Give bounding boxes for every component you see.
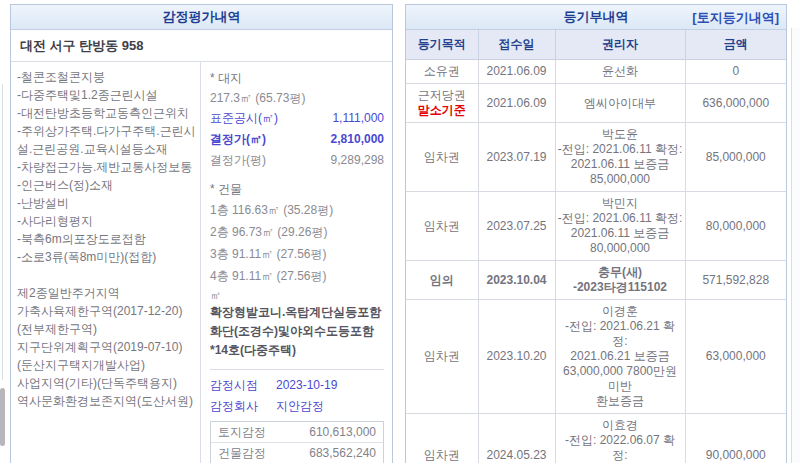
- zoning-item: 역사문화환경보존지역(도산서원): [17, 392, 197, 410]
- feature-item: -인근버스(정)소재: [17, 176, 197, 194]
- zoning-item: 가축사육제한구역(2017-12-20)(전부제한구역): [17, 302, 197, 338]
- holder-detail: 2021.06.21 보증금: [558, 349, 683, 364]
- date-cell: 2023.10.20: [478, 300, 555, 414]
- feature-item: -다중주택및1.2종근린시설: [17, 86, 197, 104]
- date-cell: 2023.07.19: [478, 123, 555, 192]
- holder-cell: 박도윤 -전입: 2021.06.11 확정: 2021.06.11 보증금 8…: [555, 123, 685, 192]
- land-area: 217.3㎡ (65.73평): [210, 88, 384, 108]
- decided-price-pyeong-label: 결정가(평): [210, 150, 266, 171]
- registry-row-mortgage: 근저당권 말소기준 2021.06.09 엠씨아이대부 636,000,000: [406, 84, 786, 123]
- floor-area: 2층 96.73㎡ (29.26평): [210, 221, 384, 243]
- decided-price-value: 2,810,000: [331, 129, 384, 150]
- registry-row-lease: 임차권 2023.07.25 박민지 -전입: 2021.06.11 확정: 2…: [406, 192, 786, 261]
- date-cell: 2023.10.04: [478, 261, 555, 300]
- date-cell: 2024.05.23: [478, 414, 555, 463]
- standard-price-row: 표준공시(㎡) 1,111,000: [210, 108, 384, 129]
- decided-price-label: 결정가(㎡): [210, 129, 266, 150]
- appraisal-values-column: * 대지 217.3㎡ (65.73평) 표준공시(㎡) 1,111,000 결…: [201, 62, 392, 463]
- holder-cell: 엠씨아이대부: [555, 84, 685, 123]
- appraisal-date-value: 2023-10-19: [276, 375, 384, 396]
- amount-cell: 85,000,000: [685, 123, 786, 192]
- floor-area: 4층 91.11㎡ (27.56평): [210, 265, 384, 287]
- scrollbar-thumb[interactable]: [0, 388, 5, 446]
- holder-name: 충무(새): [558, 265, 683, 280]
- decided-price-row: 결정가(㎡) 2,810,000: [210, 129, 384, 150]
- feature-item: -대전탄방초등학교동측인근위치: [17, 104, 197, 122]
- registry-row-auction: 임의 2023.10.04 충무(새) -2023타경115102 571,59…: [406, 261, 786, 300]
- holder-detail: 80,000,000: [558, 241, 683, 256]
- purpose-cell: 임차권: [406, 414, 478, 463]
- col-header-purpose: 등기목적: [406, 30, 478, 60]
- col-header-date: 접수일: [478, 30, 555, 60]
- appraisal-company-row: 감정회사 지안감정: [210, 396, 384, 417]
- purpose-cell: 임차권: [406, 300, 478, 414]
- appraisal-date-label: 감정시점: [210, 375, 258, 396]
- date-cell: 2023.07.25: [478, 192, 555, 261]
- date-cell: 2021.06.09: [478, 84, 555, 123]
- feature-item: -소로3류(폭8m미만)(접합): [17, 248, 197, 266]
- floor-area: 3층 91.11㎡ (27.56평): [210, 243, 384, 265]
- date-cell: 2021.06.09: [478, 60, 555, 84]
- holder-name: 박도윤: [558, 127, 683, 142]
- registry-panel-titlebar: 등기부내역 [토지등기내역]: [406, 5, 786, 30]
- purpose-cell: 임차권: [406, 192, 478, 261]
- feature-item: -주위상가주택.다가구주택.근린시설.근린공원.교육시설등소재: [17, 122, 197, 158]
- amount-cell: 80,000,000: [685, 192, 786, 261]
- land-appraisal-label: 토지감정: [218, 424, 266, 440]
- feature-item: -차량접근가능.제반교통사정보통: [17, 158, 197, 176]
- decided-price-pyeong-row: 결정가(평) 9,289,298: [210, 150, 384, 171]
- feature-item: -북측6m의포장도로접함: [17, 230, 197, 248]
- appraisal-panel: 감정평가내역 대전 서구 탄방동 958 -철콘조철콘지붕 -다중주택및1.2종…: [10, 4, 393, 463]
- holder-name: 이경훈: [558, 304, 683, 319]
- purpose-cell: 소유권: [406, 60, 478, 84]
- appraisal-company-value: 지안감정: [276, 396, 384, 417]
- decided-price-pyeong-value: 9,289,298: [331, 150, 384, 171]
- holder-detail: 2021.06.11 보증금: [558, 157, 683, 172]
- appraisal-company-label: 감정회사: [210, 396, 258, 417]
- registry-row-lease: 임차권 2023.10.20 이경훈 -전입: 2021.06.21 확정: 2…: [406, 300, 786, 414]
- amount-cell: 636,000,000: [685, 84, 786, 123]
- building-note: *14호(다중주택): [210, 341, 384, 360]
- property-address: 대전 서구 탄방동 958: [11, 30, 392, 62]
- zoning-item: 사업지역(기타)(단독주택용지): [17, 374, 197, 392]
- cancellation-basis-badge: 말소기준: [408, 103, 476, 118]
- registry-row-ownership: 소유권 2021.06.09 윤선화 0: [406, 60, 786, 84]
- holder-name: 박민지: [558, 196, 683, 211]
- building-note: 확장형발코니.옥탑계단실등포함: [210, 303, 384, 322]
- registry-table: 등기목적 접수일 권리자 금액 소유권 2021.06.09 윤선화 0 근저당…: [406, 30, 786, 463]
- appraisal-date-row: 감정시점 2023-10-19: [210, 375, 384, 396]
- registry-row-lease: 임차권 2023.07.19 박도윤 -전입: 2021.06.11 확정: 2…: [406, 123, 786, 192]
- land-appraisal-value: 610,613,000: [309, 424, 376, 440]
- holder-detail: 환보증금: [558, 394, 683, 409]
- holder-detail: -전입: 2022.06.07 확정:: [558, 433, 683, 463]
- unit-note: ㎡: [210, 287, 384, 303]
- standard-price-value: 1,111,000: [332, 108, 384, 129]
- land-registry-subtitle: [토지등기내역]: [692, 5, 779, 30]
- adjacent-panel-edge-right: [791, 28, 792, 463]
- col-header-holder: 권리자: [555, 30, 685, 60]
- holder-detail: -전입: 2021.06.11 확정:: [558, 142, 683, 157]
- amount-cell: 571,592,828: [685, 261, 786, 300]
- building-section-heading: * 건물: [210, 179, 384, 199]
- building-note: 화단(조경수)및야외수도등포함: [210, 322, 384, 341]
- floor-area: 1층 116.63㎡ (35.28평): [210, 199, 384, 221]
- appraisal-summary: 감정시점 2023-10-19 감정회사 지안감정 토지감정 610,613,0…: [210, 369, 384, 463]
- property-feature-list: -철콘조철콘지붕 -다중주택및1.2종근린시설 -대전탄방초등학교동측인근위치 …: [11, 62, 201, 463]
- holder-name: 이효경: [558, 418, 683, 433]
- holder-cell: 충무(새) -2023타경115102: [555, 261, 685, 300]
- appraisal-sum-table: 토지감정 610,613,000 건물감정 683,562,240 합계 1,2…: [210, 421, 384, 463]
- feature-item: -사다리형평지: [17, 212, 197, 230]
- building-appraisal-value: 683,562,240: [309, 445, 376, 461]
- land-appraisal-row: 토지감정 610,613,000: [211, 422, 383, 443]
- land-section-heading: * 대지: [210, 68, 384, 88]
- purpose-cell: 임차권: [406, 123, 478, 192]
- zoning-list: 제2종일반주거지역 가축사육제한구역(2017-12-20)(전부제한구역) 지…: [17, 284, 197, 410]
- registry-header-row: 등기목적 접수일 권리자 금액: [406, 30, 786, 60]
- registry-panel-title: 등기부내역: [564, 8, 629, 26]
- feature-item: -난방설비: [17, 194, 197, 212]
- appraisal-panel-title: 감정평가내역: [11, 5, 392, 30]
- col-header-amount: 금액: [685, 30, 786, 60]
- holder-detail: 63,000,000 7800만원미반: [558, 364, 683, 394]
- holder-cell: 이경훈 -전입: 2021.06.21 확정: 2021.06.21 보증금 6…: [555, 300, 685, 414]
- purpose-cell: 임의: [406, 261, 478, 300]
